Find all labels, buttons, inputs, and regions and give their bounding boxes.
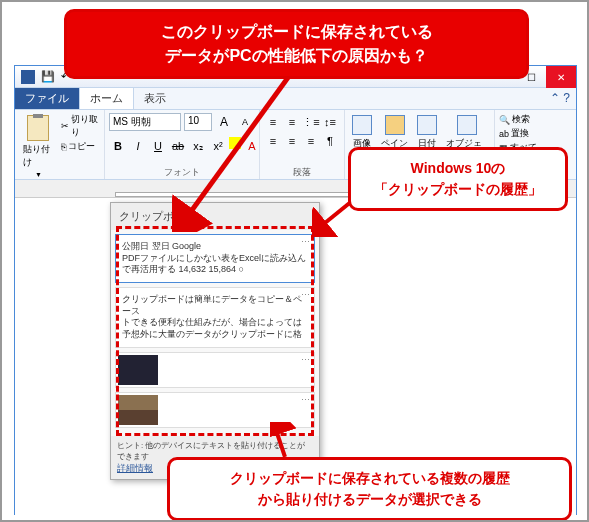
search-icon: 🔍 — [499, 115, 510, 125]
annotation-bottom-text: クリップボードに保存されている複数の履歴 から貼り付けるデータが選択できる — [230, 470, 510, 507]
bold-button[interactable]: B — [109, 137, 127, 155]
copy-icon: ⎘ — [61, 142, 66, 152]
qat-save-icon[interactable]: 💾 — [41, 70, 55, 83]
clipboard-item[interactable]: ⋯ 公開日 翌日 Google PDFファイルにしかない表をExcelに読み込ん… — [115, 234, 315, 283]
item-menu-icon[interactable]: ⋯ — [301, 355, 310, 367]
paragraph-dialog-button[interactable]: ¶ — [321, 132, 339, 150]
item-menu-icon[interactable]: ⋯ — [301, 290, 310, 302]
tab-view[interactable]: 表示 — [134, 88, 176, 109]
annotation-right-text: Windows 10の 「クリップボードの履歴」 — [374, 160, 542, 197]
clip-text-line: PDFファイルにしかない表をExcelに読み込ん — [122, 253, 308, 265]
item-menu-icon[interactable]: ⋯ — [301, 395, 310, 407]
group-clipboard: 貼り付け ▼ ✂切り取り ⎘コピー クリップボード — [15, 110, 105, 179]
find-button[interactable]: 🔍検索 — [499, 113, 537, 126]
paste-button[interactable]: 貼り付け ▼ — [19, 113, 58, 180]
calendar-icon — [417, 115, 437, 135]
clip-text-line: トできる便利な仕組みだが、場合によっては — [122, 317, 308, 329]
underline-button[interactable]: U — [149, 137, 167, 155]
clip-image-thumb — [118, 355, 158, 385]
clipboard-items-list: ⋯ 公開日 翌日 Google PDFファイルにしかない表をExcelに読み込ん… — [111, 230, 319, 436]
clip-text-line: で再活用する 14,632 15,864 ○ — [122, 264, 308, 276]
object-icon — [457, 115, 477, 135]
paste-label: 貼り付け — [23, 143, 54, 169]
annotation-bottom: クリップボードに保存されている複数の履歴 から貼り付けるデータが選択できる — [167, 457, 572, 521]
clip-text-line: 予想外に大量のデータがクリップボードに格 — [122, 329, 308, 341]
image-icon — [352, 115, 372, 135]
annotation-top: このクリップボードに保存されている データがPCの性能低下の原因かも？ — [64, 9, 529, 79]
arrow-top — [172, 72, 302, 232]
annotation-top-text: このクリップボードに保存されている データがPCの性能低下の原因かも？ — [161, 23, 433, 64]
clipboard-more-info-link[interactable]: 詳細情報 — [117, 463, 153, 473]
clipboard-item[interactable]: ⋯ クリップボードは簡単にデータをコピー＆ペース トできる便利な仕組みだが、場合… — [115, 287, 315, 348]
close-button[interactable]: ✕ — [546, 66, 576, 88]
tab-home[interactable]: ホーム — [79, 87, 134, 109]
arrow-bottom — [270, 422, 300, 462]
item-menu-icon[interactable]: ⋯ — [301, 237, 310, 249]
bullets-button[interactable]: ⋮≡ — [302, 113, 320, 131]
annotation-right: Windows 10の 「クリップボードの履歴」 — [348, 147, 568, 211]
replace-button[interactable]: ab置換 — [499, 127, 537, 140]
cut-button[interactable]: ✂切り取り — [61, 113, 100, 139]
copy-button[interactable]: ⎘コピー — [61, 140, 100, 153]
clip-text-line: クリップボードは簡単にデータをコピー＆ペース — [122, 294, 308, 317]
scissors-icon: ✂ — [61, 121, 69, 131]
clip-text-line: 公開日 翌日 Google — [122, 241, 308, 253]
clipboard-item[interactable]: ⋯ — [115, 352, 315, 388]
italic-button[interactable]: I — [129, 137, 147, 155]
linespacing-button[interactable]: ↕≡ — [321, 113, 339, 131]
help-icon[interactable]: ⌃ ? — [550, 91, 570, 105]
clip-image-thumb — [118, 395, 158, 425]
svg-line-3 — [275, 427, 285, 457]
paint-icon — [385, 115, 405, 135]
font-family-select[interactable]: MS 明朝 — [109, 113, 181, 131]
replace-icon: ab — [499, 129, 509, 139]
svg-line-1 — [187, 72, 292, 217]
tab-file[interactable]: ファイル — [15, 88, 79, 109]
align-right-button[interactable]: ≡ — [302, 132, 320, 150]
app-icon — [21, 70, 35, 84]
